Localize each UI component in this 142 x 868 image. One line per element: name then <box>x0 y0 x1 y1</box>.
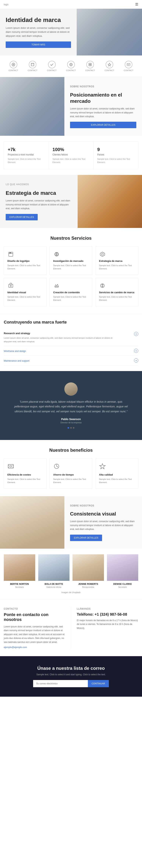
dot-3[interactable] <box>73 427 75 429</box>
contact-email[interactable]: ejemplo@ejemplo.com <box>4 646 27 649</box>
team-card-2: BOLA DE MATTE Galería de oficina <box>38 554 70 588</box>
visual-image <box>0 496 64 549</box>
icon-item-5[interactable]: CONTACT <box>85 61 95 71</box>
visual-title: Consistencia visual <box>70 511 136 517</box>
svg-point-27 <box>10 285 11 286</box>
icon-2 <box>29 61 36 68</box>
contact-col-right: LLÁMANOS Teléfono: +1 (324) 987-56-08 El… <box>77 607 138 649</box>
contact-description: Lorem ipsum dolor sit amet, consectur sa… <box>4 625 65 644</box>
svg-point-0 <box>12 63 15 66</box>
benefit-title-3: Alta calidad <box>99 473 135 476</box>
service-icon-6 <box>99 282 106 289</box>
icon-item-6[interactable]: CONTACT <box>105 61 114 71</box>
accordion-item-2[interactable]: Wireframe and design + <box>4 346 138 356</box>
accordion-link-2[interactable]: Wireframe and design <box>4 350 26 352</box>
stat-sub-3: Sample text. Click to select the Text El… <box>97 157 134 164</box>
icon-label-1: CONTACT <box>8 69 18 71</box>
team-photo-1 <box>4 554 35 581</box>
accordion-toggle-1[interactable]: + <box>134 332 138 336</box>
stat-card-1: +7k Proyectos a nivel mundial Sample tex… <box>4 142 49 169</box>
icons-row: CONTACT CONTACT CONTACT CONTACT CONTACT … <box>0 56 142 77</box>
benefits-grid: Eficiencia de costes Sample text. Click … <box>4 459 138 489</box>
accordion-item-3[interactable]: Maintenance and support + <box>4 356 138 365</box>
service-text-1: Sample text. Click to select the Text El… <box>7 264 43 271</box>
service-card-1: Diseño de logotipo Sample text. Click to… <box>4 247 47 275</box>
benefit-icon-2 <box>53 463 89 471</box>
svg-rect-10 <box>90 65 91 66</box>
about-content: SOBRE NOSOTROS Posicionamiento en el mer… <box>64 77 142 136</box>
service-card-4: Identidad visual Sample text. Click to s… <box>4 278 47 306</box>
svg-marker-24 <box>100 252 105 256</box>
svg-rect-12 <box>127 63 130 66</box>
team-role-1: Secretario <box>4 586 35 588</box>
svg-rect-9 <box>89 65 90 66</box>
benefit-card-3: Alta calidad Sample text. Click to selec… <box>95 459 138 489</box>
icon-label-2: CONTACT <box>28 69 37 71</box>
newsletter-input[interactable] <box>33 680 88 687</box>
icon-item-4[interactable]: CONTACT <box>66 61 76 71</box>
navigation: logo ☰ <box>0 0 142 9</box>
team-photo-2 <box>38 554 70 581</box>
dot-1[interactable] <box>67 427 69 429</box>
services-grid: Diseño de logotipo Sample text. Click to… <box>4 247 138 306</box>
benefit-card-1: Eficiencia de costes Sample text. Click … <box>4 459 47 489</box>
service-title-5: Creación de contenido <box>53 291 89 294</box>
service-text-4: Sample text. Click to select the Text El… <box>7 295 43 302</box>
visual-cta-button[interactable]: EXPLORAR DETALLES <box>70 535 102 541</box>
newsletter-section: Únase a nuestra lista de correo Sample t… <box>0 656 142 697</box>
service-title-6: Servicios de cambio de marca <box>99 291 135 294</box>
icon-label-7: CONTACT <box>124 69 134 71</box>
service-card-6: Servicios de cambio de marca Sample text… <box>95 278 138 306</box>
icon-7 <box>125 61 132 68</box>
benefit-icon-1 <box>7 463 43 471</box>
visual-tag: SOBRE NOSOTROS <box>70 504 136 507</box>
service-card-3: Estrategia de marca Sample text. Click t… <box>95 247 138 275</box>
services-section: Nuestros Servicios Diseño de logotipo Sa… <box>0 228 142 314</box>
icon-item-1[interactable]: CONTACT <box>8 61 18 71</box>
contact-title: Ponte en contacto con nosotros <box>4 612 65 622</box>
stat-label-2: Clientes felices <box>52 153 89 156</box>
menu-icon[interactable]: ☰ <box>135 2 138 6</box>
stat-sub-1: Sample text. Click to select the Text El… <box>8 157 45 164</box>
svg-point-1 <box>13 64 14 65</box>
hero-description: Lorem ipsum dolor sit amet, consectur sa… <box>6 26 71 38</box>
icon-item-3[interactable]: CONTACT <box>47 61 57 71</box>
icon-item-7[interactable]: CONTACT <box>124 61 134 71</box>
contact-divider <box>71 607 71 649</box>
team-photo-4 <box>107 554 138 581</box>
service-title-2: Investigación de mercado <box>53 259 89 262</box>
service-icon-4 <box>7 282 14 289</box>
service-icon-5 <box>53 282 60 289</box>
dot-2[interactable] <box>70 427 72 429</box>
benefits-title: Nuestros beneficios <box>4 447 138 453</box>
service-title-4: Identidad visual <box>7 291 43 294</box>
svg-point-17 <box>10 252 10 253</box>
svg-rect-2 <box>31 63 34 66</box>
service-text-6: Sample text. Click to select the Text El… <box>99 295 135 302</box>
stats-row: +7k Proyectos a nivel mundial Sample tex… <box>4 142 138 169</box>
accordion-toggle-2[interactable]: + <box>134 349 138 353</box>
svg-rect-7 <box>89 63 90 64</box>
svg-rect-26 <box>9 284 13 287</box>
contact-tag: CONTACTO <box>4 607 65 611</box>
team-caption: Imagen de Unsplash <box>4 591 138 593</box>
icon-item-2[interactable]: CONTACT <box>28 61 37 71</box>
hero-cta-button[interactable]: TOMAR MÁS <box>6 41 71 48</box>
accordion-toggle-3[interactable]: + <box>134 359 138 363</box>
testimonial-dots <box>67 427 75 429</box>
what-cta-button[interactable]: EXPLORAR DETALLES <box>6 214 38 220</box>
icon-label-4: CONTACT <box>66 69 76 71</box>
newsletter-button[interactable]: CONTINUAR <box>88 680 109 687</box>
accordion-body-1: Lorem ipsum dolor sit amet, consectur sa… <box>4 336 114 343</box>
accordion-item-1[interactable]: Research and strategy + Lorem ipsum dolo… <box>4 329 138 346</box>
icon-3 <box>48 61 56 68</box>
benefit-title-2: Ahorro de tiempo <box>53 473 89 476</box>
about-cta-button[interactable]: EXPLORAR DETALLES <box>70 122 136 128</box>
benefit-title-1: Eficiencia de costes <box>7 473 43 476</box>
what-content: LO QUE HACEMOS Estrategia de marca Lorem… <box>0 175 78 228</box>
accordion-link-3[interactable]: Maintenance and support <box>4 360 29 362</box>
accordion-header-1: Research and strategy <box>4 332 30 335</box>
team-card-1: BERTIE NORTON Secretario <box>4 554 35 588</box>
team-role-2: Galería de oficina <box>38 586 70 588</box>
benefit-text-3: Sample text. Click to select the Text El… <box>99 478 135 484</box>
